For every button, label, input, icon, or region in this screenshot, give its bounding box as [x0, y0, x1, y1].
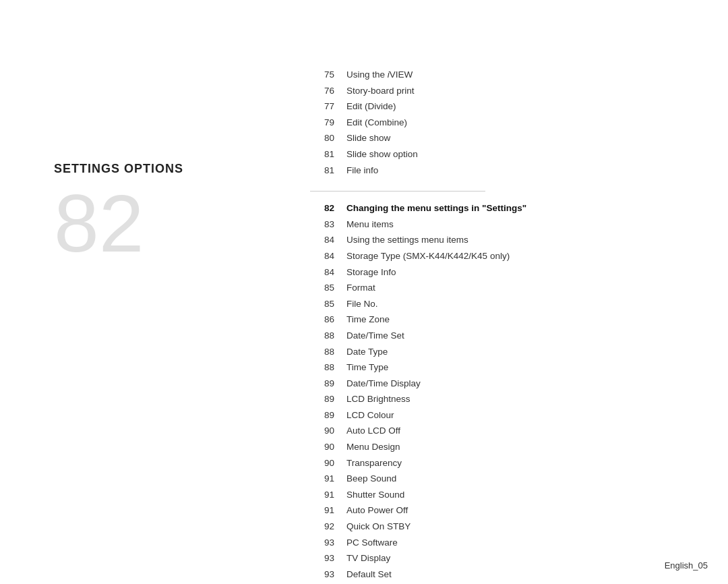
toc-label: Slide show	[346, 131, 390, 146]
toc-label: Storage Type (SMX-K44/K442/K45 only)	[346, 249, 510, 264]
toc-main-item: 86Time Zone	[310, 312, 728, 327]
toc-number: 76	[310, 84, 334, 98]
toc-label: Slide show option	[346, 147, 418, 162]
toc-label: Menu Design	[346, 440, 400, 455]
toc-number: 84	[310, 233, 334, 247]
toc-label: Transparency	[346, 456, 402, 471]
toc-label: Beep Sound	[346, 471, 396, 486]
toc-pre-item: 76Story-board print	[310, 84, 728, 98]
toc-pre-item: 77Edit (Divide)	[310, 99, 728, 114]
toc-main-item: 89LCD Colour	[310, 408, 728, 423]
toc-main-item: 88Date Type	[310, 345, 728, 359]
toc-label: Story-board print	[346, 84, 415, 98]
toc-label: Auto Power Off	[346, 503, 408, 518]
toc-main-item: 88Date/Time Set	[310, 328, 728, 343]
toc-number: 83	[310, 217, 334, 232]
toc-number: 84	[310, 265, 334, 280]
toc-label: Changing the menu settings in "Settings"	[346, 201, 526, 216]
toc-main-item: 89Date/Time Display	[310, 376, 728, 391]
toc-label: Quick On STBY	[346, 519, 411, 534]
toc-label: Edit (Divide)	[346, 99, 396, 114]
toc-main-item: 89LCD Brightness	[310, 392, 728, 407]
toc-number: 89	[310, 392, 334, 407]
toc-number: 93	[310, 567, 334, 582]
toc-pre-item: 80Slide show	[310, 131, 728, 146]
toc-main-item: 84Storage Info	[310, 265, 728, 280]
toc-number: 79	[310, 115, 334, 130]
toc-main-item: 83Menu items	[310, 217, 728, 232]
toc-number: 82	[310, 201, 334, 216]
toc-main-item: 88Time Type	[310, 360, 728, 375]
toc-pre-item: 81File info	[310, 163, 728, 178]
toc-number: 80	[310, 131, 334, 146]
section-title: SETTINGS OPTIONS	[54, 162, 290, 176]
toc-number: 81	[310, 147, 334, 162]
page-container: SETTINGS OPTIONS 82 75Using the iVIEW76S…	[0, 0, 728, 584]
toc-number: 92	[310, 519, 334, 534]
toc-label: Edit (Combine)	[346, 115, 407, 130]
toc-main-item: 90Auto LCD Off	[310, 424, 728, 438]
toc-number: 89	[310, 408, 334, 423]
toc-label: Time Zone	[346, 312, 390, 327]
toc-label: LCD Colour	[346, 408, 394, 423]
toc-label: Format	[346, 281, 375, 295]
toc-number: 88	[310, 345, 334, 359]
section-number: 82	[54, 183, 290, 264]
toc-number: 81	[310, 163, 334, 178]
main-items-group: 82Changing the menu settings in "Setting…	[310, 201, 728, 584]
toc-number: 90	[310, 440, 334, 455]
toc-label: File No.	[346, 297, 378, 312]
toc-main-item: 85Format	[310, 281, 728, 295]
toc-number: 85	[310, 281, 334, 295]
toc-main-item: 90Menu Design	[310, 440, 728, 455]
toc-label: Shutter Sound	[346, 488, 404, 502]
toc-number: 93	[310, 535, 334, 550]
toc-number: 86	[310, 312, 334, 327]
toc-main-item: 84Storage Type (SMX-K44/K442/K45 only)	[310, 249, 728, 264]
toc-main-item: 82Changing the menu settings in "Setting…	[310, 201, 728, 216]
toc-number: 75	[310, 67, 334, 82]
toc-label: Date/Time Display	[346, 376, 421, 391]
left-section: SETTINGS OPTIONS 82	[0, 0, 290, 584]
toc-main-item: 91Shutter Sound	[310, 488, 728, 502]
toc-number: 88	[310, 360, 334, 375]
toc-label: File info	[346, 163, 378, 178]
toc-label: Date/Time Set	[346, 328, 404, 343]
divider	[310, 191, 485, 192]
toc-label: Storage Info	[346, 265, 396, 280]
toc-number: 90	[310, 456, 334, 471]
toc-label: LCD Brightness	[346, 392, 411, 407]
toc-number: 93	[310, 551, 334, 566]
toc-main-item: 84Using the settings menu items	[310, 233, 728, 247]
toc-label: Date Type	[346, 345, 388, 359]
toc-pre-item: 79Edit (Combine)	[310, 115, 728, 130]
toc-number: 91	[310, 488, 334, 502]
toc-main-item: 90Transparency	[310, 456, 728, 471]
toc-main-item: 92Quick On STBY	[310, 519, 728, 534]
toc-main-item: 93PC Software	[310, 535, 728, 550]
toc-label: Auto LCD Off	[346, 424, 400, 438]
toc-pre-item: 75Using the iVIEW	[310, 67, 728, 82]
toc-number: 84	[310, 249, 334, 264]
toc-label: Using the settings menu items	[346, 233, 468, 247]
toc-number: 91	[310, 503, 334, 518]
toc-main-item: 91Beep Sound	[310, 471, 728, 486]
toc-number: 85	[310, 297, 334, 312]
toc-number: 88	[310, 328, 334, 343]
toc-pre-item: 81Slide show option	[310, 147, 728, 162]
right-section: 75Using the iVIEW76Story-board print77Ed…	[290, 0, 728, 584]
toc-number: 91	[310, 471, 334, 486]
pre-items-group: 75Using the iVIEW76Story-board print77Ed…	[310, 67, 728, 177]
toc-number: 89	[310, 376, 334, 391]
toc-main-item: 85File No.	[310, 297, 728, 312]
footer-language: English_05	[665, 560, 708, 571]
toc-number: 77	[310, 99, 334, 114]
toc-label: Menu items	[346, 217, 394, 232]
toc-main-item: 91Auto Power Off	[310, 503, 728, 518]
toc-number: 90	[310, 424, 334, 438]
toc-label: TV Display	[346, 551, 390, 566]
toc-label: PC Software	[346, 535, 398, 550]
toc-label: Time Type	[346, 360, 388, 375]
toc-label: Using the iVIEW	[346, 67, 413, 82]
toc-label: Default Set	[346, 567, 392, 582]
